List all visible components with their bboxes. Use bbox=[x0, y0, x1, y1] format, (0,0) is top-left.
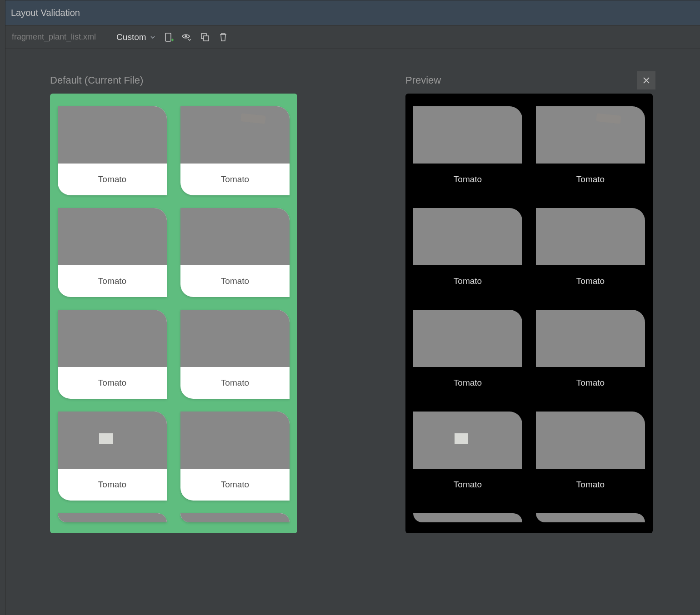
preview-section: Preview TomatoTomatoTomatoTomatoTomatoTo… bbox=[405, 67, 655, 533]
plant-thumbnail bbox=[413, 106, 522, 164]
plant-card[interactable]: Tomato bbox=[180, 412, 290, 501]
plant-thumbnail bbox=[536, 513, 645, 522]
plant-thumbnail bbox=[180, 513, 290, 522]
plant-label: Tomato bbox=[536, 367, 645, 399]
plant-card[interactable]: Tomato bbox=[180, 310, 290, 399]
plant-label: Tomato bbox=[413, 367, 522, 399]
svg-rect-5 bbox=[204, 36, 209, 41]
section-header: Default (Current File) bbox=[50, 67, 300, 94]
plant-label: Tomato bbox=[58, 367, 167, 399]
tool-window-strip bbox=[0, 0, 5, 615]
plant-label: Tomato bbox=[180, 469, 290, 501]
plant-thumbnail bbox=[180, 310, 290, 367]
plant-thumbnail bbox=[536, 208, 645, 265]
plant-thumbnail bbox=[180, 208, 290, 265]
plant-card[interactable]: Tomato bbox=[413, 106, 522, 195]
plant-thumbnail bbox=[536, 310, 645, 367]
card-grid: TomatoTomatoTomatoTomatoTomatoTomatoToma… bbox=[413, 106, 645, 522]
plant-thumbnail bbox=[180, 106, 290, 164]
plant-thumbnail bbox=[58, 412, 167, 469]
close-preview-button[interactable] bbox=[637, 71, 655, 89]
plant-card[interactable]: Tomato bbox=[413, 513, 522, 522]
plant-label: Tomato bbox=[58, 265, 167, 297]
plant-card[interactable]: Tomato bbox=[536, 513, 645, 522]
plant-card[interactable]: Tomato bbox=[58, 106, 167, 195]
default-section: Default (Current File) TomatoTomatoTomat… bbox=[50, 67, 300, 533]
plant-card[interactable]: Tomato bbox=[413, 208, 522, 297]
toolbar: fragment_plant_list.xml Custom bbox=[5, 25, 700, 49]
plant-thumbnail bbox=[58, 310, 167, 367]
panel-title-bar: Layout Validation bbox=[5, 0, 700, 25]
eye-icon bbox=[181, 32, 192, 42]
plant-card[interactable]: Tomato bbox=[536, 106, 645, 195]
plant-card[interactable]: Tomato bbox=[536, 310, 645, 399]
section-title: Preview bbox=[405, 74, 441, 86]
plant-thumbnail bbox=[413, 208, 522, 265]
plant-label: Tomato bbox=[536, 469, 645, 501]
plant-label: Tomato bbox=[413, 469, 522, 501]
add-device-button[interactable] bbox=[161, 30, 176, 45]
section-title: Default (Current File) bbox=[50, 74, 143, 86]
plant-card[interactable]: Tomato bbox=[180, 106, 290, 195]
separator bbox=[108, 30, 108, 45]
plant-label: Tomato bbox=[58, 164, 167, 195]
content-area: Default (Current File) TomatoTomatoTomat… bbox=[5, 49, 700, 615]
configuration-label: Custom bbox=[116, 32, 146, 42]
plant-card[interactable]: Tomato bbox=[58, 513, 167, 522]
plant-card[interactable]: Tomato bbox=[413, 412, 522, 501]
plant-thumbnail bbox=[58, 513, 167, 522]
plant-label: Tomato bbox=[180, 164, 290, 195]
plant-card[interactable]: Tomato bbox=[180, 208, 290, 297]
device-frame-default: TomatoTomatoTomatoTomatoTomatoTomatoToma… bbox=[50, 94, 297, 533]
plant-thumbnail bbox=[58, 106, 167, 164]
layout-validation-panel: Layout Validation fragment_plant_list.xm… bbox=[5, 0, 700, 615]
visibility-button[interactable] bbox=[179, 30, 195, 45]
plant-label: Tomato bbox=[413, 164, 522, 195]
plant-thumbnail bbox=[180, 412, 290, 469]
delete-button[interactable] bbox=[215, 30, 231, 45]
plant-card[interactable]: Tomato bbox=[536, 208, 645, 297]
plant-card[interactable]: Tomato bbox=[58, 412, 167, 501]
plant-thumbnail bbox=[413, 513, 522, 522]
device-frame-preview: TomatoTomatoTomatoTomatoTomatoTomatoToma… bbox=[405, 94, 653, 533]
plant-card[interactable]: Tomato bbox=[58, 208, 167, 297]
svg-point-3 bbox=[185, 35, 187, 37]
copy-button[interactable] bbox=[197, 30, 213, 45]
device-add-icon bbox=[164, 32, 174, 42]
trash-icon bbox=[219, 32, 228, 42]
plant-card[interactable]: Tomato bbox=[413, 310, 522, 399]
plant-label: Tomato bbox=[536, 164, 645, 195]
copy-icon bbox=[200, 32, 210, 42]
plant-label: Tomato bbox=[536, 265, 645, 297]
plant-label: Tomato bbox=[180, 367, 290, 399]
plant-label: Tomato bbox=[180, 265, 290, 297]
panel-title: Layout Validation bbox=[11, 8, 80, 18]
plant-card[interactable]: Tomato bbox=[180, 513, 290, 522]
section-header: Preview bbox=[405, 67, 655, 94]
plant-thumbnail bbox=[536, 412, 645, 469]
plant-card[interactable]: Tomato bbox=[536, 412, 645, 501]
plant-thumbnail bbox=[413, 412, 522, 469]
plant-label: Tomato bbox=[413, 265, 522, 297]
plant-thumbnail bbox=[536, 106, 645, 164]
plant-label: Tomato bbox=[58, 469, 167, 501]
plant-thumbnail bbox=[413, 310, 522, 367]
card-grid: TomatoTomatoTomatoTomatoTomatoTomatoToma… bbox=[58, 106, 290, 522]
close-icon bbox=[642, 76, 650, 84]
file-name: fragment_plant_list.xml bbox=[12, 32, 102, 42]
svg-rect-0 bbox=[165, 33, 171, 41]
chevron-down-icon bbox=[150, 35, 155, 40]
plant-thumbnail bbox=[58, 208, 167, 265]
configuration-dropdown[interactable]: Custom bbox=[114, 30, 158, 44]
plant-card[interactable]: Tomato bbox=[58, 310, 167, 399]
